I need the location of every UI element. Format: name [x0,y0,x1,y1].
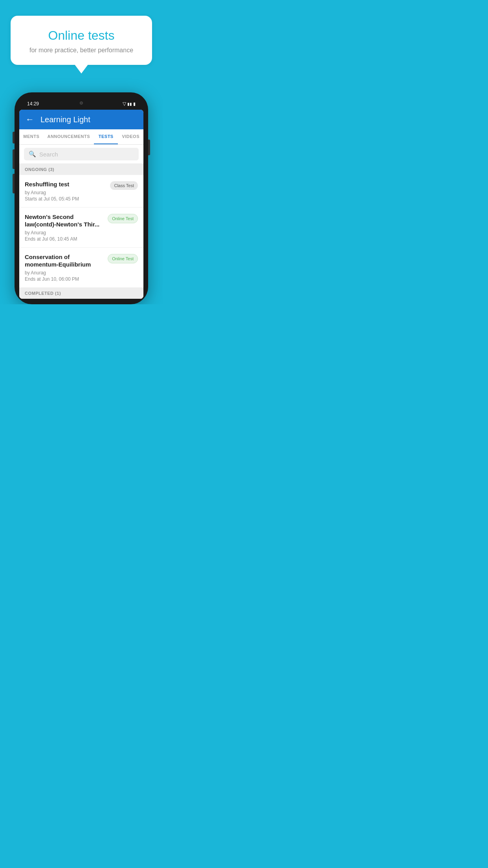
camera [80,101,83,105]
tab-announcements[interactable]: ANNOUNCEMENTS [43,129,94,144]
status-bar: 14:29 ▽ ▮▮ ▮ [19,98,143,110]
battery-icon: ▮ [133,101,136,107]
tab-videos[interactable]: VIDEOS [118,129,143,144]
promo-subtitle: for more practice, better performance [22,47,141,54]
test-info-2: Newton's Second law(contd)-Newton's Thir… [25,213,105,242]
app-bar: ← Learning Light [19,110,143,129]
test-badge-1: Class Test [110,181,138,190]
speech-bubble: Online tests for more practice, better p… [11,16,152,65]
time-value-1: Jul 05, 05:45 PM [44,196,79,202]
test-time-1: Starts at Jul 05, 05:45 PM [25,196,107,202]
mute-button [13,132,15,143]
test-author-2: by Anurag [25,230,105,235]
test-title-2: Newton's Second law(contd)-Newton's Thir… [25,213,105,228]
time-value-2: Jul 06, 10:45 AM [42,236,77,242]
test-time-3: Ends at Jun 10, 06:00 PM [25,276,105,282]
test-item-1[interactable]: Reshuffling test by Anurag Starts at Jul… [19,175,143,208]
promo-section: Online tests for more practice, better p… [0,0,163,73]
tabs-bar: MENTS ANNOUNCEMENTS TESTS VIDEOS [19,129,143,145]
clock: 14:29 [27,101,39,107]
time-value-3: Jun 10, 06:00 PM [42,276,79,282]
test-badge-3: Online Test [108,254,138,263]
test-badge-2: Online Test [108,214,138,223]
phone-frame: 14:29 ▽ ▮▮ ▮ ← Learning Light MENTS ANNO… [15,92,148,304]
test-info-1: Reshuffling test by Anurag Starts at Jul… [25,180,107,202]
wifi-icon: ▽ [123,101,126,107]
back-button[interactable]: ← [26,114,34,125]
search-placeholder: Search [39,151,58,158]
search-container: 🔍 Search [19,145,143,164]
time-label-1: Starts at [25,196,42,202]
phone-mockup: 14:29 ▽ ▮▮ ▮ ← Learning Light MENTS ANNO… [15,92,148,304]
power-button [148,140,150,155]
test-author-3: by Anurag [25,270,105,276]
time-label-3: Ends at [25,276,41,282]
completed-section-header: COMPLETED (1) [19,288,143,299]
notch [66,98,97,108]
time-label-2: Ends at [25,236,41,242]
app-title: Learning Light [40,115,90,124]
test-title-3: Conservation of momentum-Equilibrium [25,253,105,268]
ongoing-section-header: ONGOING (3) [19,164,143,175]
test-time-2: Ends at Jul 06, 10:45 AM [25,236,105,242]
test-title-1: Reshuffling test [25,180,107,188]
signal-icon: ▮▮ [127,102,132,106]
test-info-3: Conservation of momentum-Equilibrium by … [25,253,105,282]
test-item-2[interactable]: Newton's Second law(contd)-Newton's Thir… [19,208,143,248]
test-item-3[interactable]: Conservation of momentum-Equilibrium by … [19,248,143,288]
test-author-1: by Anurag [25,190,107,195]
search-bar[interactable]: 🔍 Search [24,148,139,160]
tab-tests[interactable]: TESTS [94,129,118,144]
promo-title: Online tests [22,28,141,43]
search-icon: 🔍 [29,151,36,158]
status-icons: ▽ ▮▮ ▮ [123,101,136,107]
volume-up-button [13,149,15,169]
phone-screen: ← Learning Light MENTS ANNOUNCEMENTS TES… [19,110,143,299]
volume-down-button [13,174,15,193]
tab-ments[interactable]: MENTS [19,129,43,144]
